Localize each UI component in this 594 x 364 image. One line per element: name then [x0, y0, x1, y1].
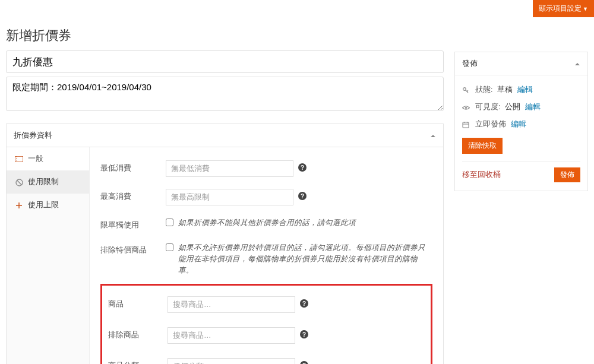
coupon-data-panel: 折價券資料 一般 [6, 124, 444, 364]
highlighted-fields-group: 商品 ? 排除商品 ? [100, 284, 432, 364]
publish-button[interactable]: 發佈 [554, 167, 580, 182]
help-icon[interactable]: ? [300, 299, 308, 308]
ticket-icon [15, 154, 23, 163]
coupon-description-textarea[interactable]: 限定期間：2019/04/01~2019/04/30 [6, 77, 444, 111]
individual-use-hint: 如果折價券不能與其他折價券合用的話，請勾選此項 [178, 217, 356, 229]
publish-box: 發佈 狀態: 草稿 編輯 可見度: [454, 52, 588, 191]
exclude-products-label: 排除商品 [108, 327, 168, 340]
individual-use-label: 限單獨使用 [100, 217, 166, 230]
triangle-up-icon [430, 133, 436, 139]
max-spend-input[interactable] [166, 189, 293, 205]
categories-input[interactable] [168, 358, 295, 364]
svg-line-3 [17, 180, 21, 184]
triangle-up-icon [574, 61, 580, 67]
svg-rect-10 [463, 122, 469, 128]
ban-icon [15, 177, 23, 186]
tab-label: 使用限制 [28, 176, 59, 187]
individual-use-checkbox[interactable] [166, 219, 173, 226]
eye-icon [462, 103, 470, 112]
panel-title: 折價券資料 [14, 130, 52, 141]
coupon-title-input[interactable] [6, 50, 444, 73]
exclude-products-input[interactable] [168, 327, 295, 344]
publish-box-title: 發佈 [462, 58, 478, 69]
plus-icon [15, 201, 23, 210]
help-icon[interactable]: ? [300, 361, 308, 364]
max-spend-label: 最高消費 [100, 189, 166, 202]
visibility-value: 公開 [505, 102, 520, 112]
svg-point-9 [465, 107, 467, 109]
tab-usage-restriction[interactable]: 使用限制 [7, 170, 89, 194]
help-icon[interactable]: ? [298, 163, 307, 172]
help-icon[interactable]: ? [298, 192, 307, 200]
exclude-sale-hint: 如果不允許折價券用於特價項目的話，請勾選此項。每個項目的折價券只能用在非特價項目… [178, 242, 428, 276]
publish-collapse-toggle[interactable] [574, 59, 580, 68]
status-label: 狀態: [475, 85, 492, 95]
display-settings-button[interactable]: 顯示項目設定 [533, 0, 594, 17]
status-value: 草稿 [497, 85, 513, 95]
edit-visibility-link[interactable]: 編輯 [525, 102, 541, 112]
svg-line-8 [467, 91, 468, 92]
svg-rect-0 [15, 156, 23, 162]
calendar-icon [462, 121, 470, 129]
edit-status-link[interactable]: 編輯 [517, 85, 533, 95]
tab-general[interactable]: 一般 [7, 147, 89, 170]
products-input[interactable] [168, 296, 295, 313]
tab-label: 一般 [28, 153, 43, 164]
panel-collapse-toggle[interactable] [430, 131, 436, 140]
help-icon[interactable]: ? [300, 330, 308, 338]
exclude-sale-label: 排除特價商品 [100, 242, 166, 255]
exclude-sale-checkbox[interactable] [166, 243, 173, 251]
min-spend-label: 最低消費 [100, 160, 166, 173]
tab-label: 使用上限 [28, 200, 59, 210]
page-title: 新增折價券 [6, 27, 444, 45]
edit-schedule-link[interactable]: 編輯 [511, 119, 526, 129]
clear-cache-button[interactable]: 清除快取 [462, 138, 503, 154]
visibility-label: 可見度: [475, 102, 500, 112]
categories-label: 商品分類 [108, 358, 168, 364]
min-spend-input[interactable] [166, 160, 293, 177]
key-icon [462, 86, 470, 94]
schedule-label: 立即發佈 [475, 119, 506, 129]
move-to-trash-link[interactable]: 移至回收桶 [462, 170, 501, 180]
tab-usage-limit[interactable]: 使用上限 [7, 194, 89, 217]
products-label: 商品 [108, 296, 168, 309]
